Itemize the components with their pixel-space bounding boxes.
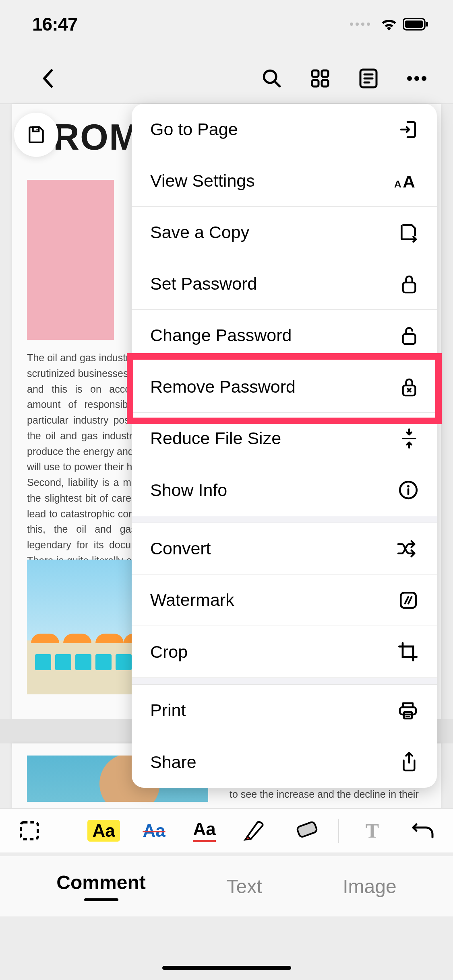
tab-label: Image xyxy=(343,875,396,898)
menu-convert[interactable]: Convert xyxy=(132,523,437,574)
compress-icon xyxy=(400,428,418,449)
menu-reduce-file-size[interactable]: Reduce File Size xyxy=(132,413,437,464)
menu-save-a-copy[interactable]: Save a Copy xyxy=(132,207,437,258)
menu-remove-password[interactable]: Remove Password xyxy=(132,361,437,413)
search-button[interactable] xyxy=(260,66,284,91)
document-image-pink xyxy=(27,180,114,340)
svg-text:A: A xyxy=(394,178,401,189)
menu-label: Save a Copy xyxy=(150,222,249,242)
undo-button[interactable] xyxy=(405,815,440,846)
save-button[interactable] xyxy=(14,113,58,157)
svg-rect-20 xyxy=(403,282,416,292)
svg-line-29 xyxy=(408,597,412,603)
undo-icon xyxy=(412,822,434,840)
svg-point-17 xyxy=(36,129,37,130)
toolbar-divider xyxy=(338,819,339,843)
tab-label: Text xyxy=(226,875,262,898)
marker-tool-button[interactable] xyxy=(238,815,272,846)
menu-label: Remove Password xyxy=(150,377,296,397)
svg-rect-1 xyxy=(405,21,423,28)
tab-label: Comment xyxy=(56,871,145,894)
document-caption: to see the increase and the decline in t… xyxy=(230,789,429,800)
strikethrough-aa-icon: Aa xyxy=(143,821,165,841)
menu-crop[interactable]: Crop xyxy=(132,626,437,677)
svg-rect-21 xyxy=(403,334,416,344)
grid-icon xyxy=(310,69,330,88)
more-button[interactable] xyxy=(405,66,429,91)
menu-set-password[interactable]: Set Password xyxy=(132,258,437,310)
outline-button[interactable] xyxy=(356,66,381,91)
menu-label: Go to Page xyxy=(150,119,238,139)
svg-rect-6 xyxy=(322,70,328,77)
strikethrough-tool-button[interactable]: Aa xyxy=(137,815,171,846)
lock-x-icon xyxy=(400,376,418,398)
watermark-icon xyxy=(398,590,418,610)
menu-watermark[interactable]: Watermark xyxy=(132,574,437,626)
menu-divider xyxy=(132,677,437,685)
search-icon xyxy=(261,68,282,89)
menu-label: Convert xyxy=(150,539,211,558)
tab-comment[interactable]: Comment xyxy=(56,871,145,901)
tab-image[interactable]: Image xyxy=(343,875,396,898)
svg-point-14 xyxy=(414,76,419,81)
svg-rect-2 xyxy=(426,22,428,27)
back-button[interactable] xyxy=(32,66,64,91)
menu-share[interactable]: Share xyxy=(132,736,437,788)
grid-view-button[interactable] xyxy=(308,66,332,91)
goto-icon xyxy=(398,119,418,140)
eraser-tool-button[interactable] xyxy=(288,815,322,846)
selection-icon xyxy=(18,819,41,842)
lock-open-icon xyxy=(400,325,418,346)
export-doc-icon xyxy=(398,222,418,243)
highlight-tool-button[interactable]: Aa xyxy=(87,815,121,846)
marker-icon xyxy=(242,819,267,842)
menu-label: View Settings xyxy=(150,171,255,191)
info-icon xyxy=(398,480,418,500)
text-tool-button[interactable]: T xyxy=(355,815,389,846)
svg-rect-34 xyxy=(21,822,38,839)
print-icon xyxy=(397,700,418,721)
wifi-icon xyxy=(381,18,397,31)
svg-rect-8 xyxy=(322,80,328,86)
menu-print[interactable]: Print xyxy=(132,685,437,736)
eraser-icon xyxy=(293,821,318,841)
menu-label: Reduce File Size xyxy=(150,428,281,448)
svg-rect-35 xyxy=(296,821,317,838)
shuffle-icon xyxy=(397,540,418,558)
menu-label: Show Info xyxy=(150,480,227,500)
lock-icon xyxy=(400,273,418,295)
menu-show-info[interactable]: Show Info xyxy=(132,464,437,516)
underline-tool-button[interactable]: Aa xyxy=(187,815,221,846)
save-icon xyxy=(26,125,46,145)
tab-text[interactable]: Text xyxy=(226,875,262,898)
highlight-aa-icon: Aa xyxy=(87,820,120,842)
status-time: 16:47 xyxy=(32,13,78,35)
status-bar: 16:47 xyxy=(0,0,453,48)
tab-indicator xyxy=(84,898,118,901)
outline-icon xyxy=(359,68,378,89)
svg-point-13 xyxy=(407,76,412,81)
format-toolbar: Aa Aa Aa T xyxy=(0,808,453,852)
menu-label: Change Password xyxy=(150,325,292,345)
svg-rect-7 xyxy=(312,80,319,86)
svg-rect-5 xyxy=(312,70,319,77)
selection-tool-button[interactable] xyxy=(12,815,46,846)
menu-label: Watermark xyxy=(150,590,234,610)
overflow-menu: Go to Page View Settings AA Save a Copy … xyxy=(132,104,437,788)
signal-dots xyxy=(350,23,370,26)
svg-rect-27 xyxy=(401,593,416,608)
svg-text:A: A xyxy=(403,172,415,190)
battery-icon xyxy=(403,18,429,31)
svg-line-4 xyxy=(275,82,280,86)
svg-line-28 xyxy=(405,597,408,603)
menu-go-to-page[interactable]: Go to Page xyxy=(132,104,437,155)
underline-aa-icon: Aa xyxy=(193,819,215,842)
more-icon xyxy=(407,76,426,81)
menu-label: Crop xyxy=(150,642,188,662)
menu-change-password[interactable]: Change Password xyxy=(132,310,437,361)
menu-label: Share xyxy=(150,752,197,772)
svg-point-15 xyxy=(422,76,426,81)
bottom-tabs: Comment Text Image xyxy=(0,856,453,916)
chevron-left-icon xyxy=(42,69,55,88)
menu-view-settings[interactable]: View Settings AA xyxy=(132,155,437,207)
